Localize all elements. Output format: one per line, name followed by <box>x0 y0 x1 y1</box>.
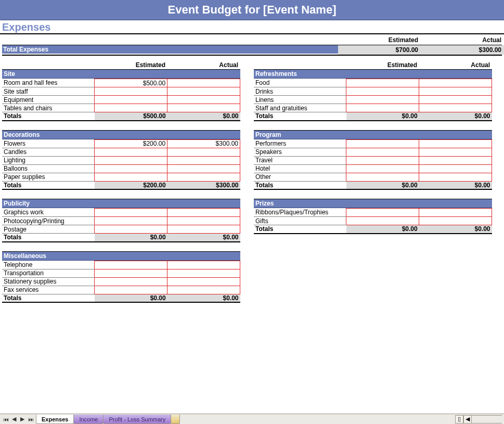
totals-actual: $300.00 <box>167 181 240 189</box>
cell-actual[interactable] <box>419 87 492 96</box>
table-row: Site staff <box>2 87 240 96</box>
category-table: Room and hall fees$500.00Site staffEquip… <box>2 79 240 121</box>
cell-estimated[interactable] <box>95 173 167 181</box>
cell-estimated[interactable]: $500.00 <box>95 79 167 87</box>
category-block: DecorationsFlowers$200.00$300.00CandlesL… <box>2 129 240 190</box>
category-table: Graphics workPhotocopying/PrintingPostag… <box>2 208 240 242</box>
cell-estimated[interactable]: $200.00 <box>95 139 167 148</box>
cell-actual[interactable] <box>167 261 240 269</box>
cell-actual[interactable] <box>167 277 240 286</box>
cell-estimated[interactable] <box>346 87 419 96</box>
table-row: Gifts <box>254 217 492 225</box>
col-header-estimated: Estimated <box>346 61 419 69</box>
tab-nav-first[interactable]: ⏮ <box>2 416 9 423</box>
cell-estimated[interactable] <box>346 217 419 225</box>
cell-estimated[interactable] <box>346 173 419 181</box>
cell-actual[interactable] <box>419 96 492 104</box>
cell-actual[interactable] <box>419 173 492 181</box>
totals-label: Totals <box>254 112 346 121</box>
cell-estimated[interactable] <box>346 96 419 104</box>
tab-nav-last[interactable]: ⏭ <box>27 416 34 423</box>
cell-estimated[interactable] <box>95 156 167 164</box>
cell-actual[interactable] <box>167 87 240 96</box>
cell-actual[interactable] <box>167 269 240 277</box>
cell-estimated[interactable] <box>95 261 167 269</box>
tab-income[interactable]: Income <box>73 415 104 424</box>
cell-actual[interactable] <box>167 173 240 181</box>
cell-actual[interactable] <box>419 164 492 173</box>
table-row: Travel <box>254 156 492 164</box>
cell-actual[interactable] <box>419 79 492 87</box>
cell-estimated[interactable] <box>95 269 167 277</box>
cell-estimated[interactable] <box>95 277 167 286</box>
totals-estimated: $500.00 <box>95 112 167 121</box>
cell-estimated[interactable] <box>95 96 167 104</box>
total-expenses-label: Total Expenses <box>2 45 338 54</box>
cell-actual[interactable] <box>167 79 240 87</box>
cell-actual[interactable] <box>167 217 240 225</box>
tab-nav-prev[interactable]: ◀ <box>10 416 18 423</box>
category-title: Miscellaneous <box>2 252 240 261</box>
col-header-actual: Actual <box>421 35 504 45</box>
cell-actual[interactable] <box>167 96 240 104</box>
horizontal-scrollbar[interactable]: ▯ ◀ <box>455 415 504 423</box>
row-label: Ribbons/Plaques/Trophies <box>254 209 346 217</box>
table-row: Equipment <box>2 96 240 104</box>
cell-actual[interactable] <box>419 104 492 112</box>
tab-nav-next[interactable]: ▶ <box>19 416 26 423</box>
cell-estimated[interactable] <box>346 209 419 217</box>
table-row: Graphics work <box>2 209 240 217</box>
tab-expenses[interactable]: Expenses <box>36 415 74 424</box>
cell-actual[interactable] <box>419 217 492 225</box>
table-row: Postage <box>2 225 240 234</box>
cell-actual[interactable] <box>419 139 492 148</box>
row-label: Paper supplies <box>2 173 95 181</box>
cell-actual[interactable] <box>167 225 240 234</box>
totals-estimated: $0.00 <box>346 112 419 121</box>
cell-estimated[interactable] <box>346 104 419 112</box>
cell-estimated[interactable] <box>346 139 419 148</box>
cell-actual[interactable] <box>167 156 240 164</box>
cell-estimated[interactable] <box>346 156 419 164</box>
category-block: PrizesRibbons/Plaques/TrophiesGiftsTotal… <box>254 197 492 234</box>
category-title: Prizes <box>254 199 492 208</box>
cell-actual[interactable] <box>167 164 240 173</box>
totals-actual: $0.00 <box>419 112 492 121</box>
category-title: Publicity <box>2 199 240 208</box>
cell-actual[interactable] <box>167 148 240 156</box>
cell-estimated[interactable] <box>95 164 167 173</box>
cell-estimated[interactable] <box>95 225 167 234</box>
cell-actual[interactable] <box>419 209 492 217</box>
cell-estimated[interactable] <box>346 164 419 173</box>
cell-estimated[interactable] <box>346 148 419 156</box>
cell-actual[interactable] <box>167 209 240 217</box>
cell-estimated[interactable] <box>95 148 167 156</box>
cell-estimated[interactable] <box>95 209 167 217</box>
cell-estimated[interactable] <box>95 104 167 112</box>
table-row: Staff and gratuities <box>254 104 492 112</box>
category-totals-row: Totals$200.00$300.00 <box>2 181 240 189</box>
hscroll-divider[interactable]: ▯ <box>455 415 463 423</box>
row-label: Transportation <box>2 269 95 277</box>
cell-estimated[interactable] <box>95 87 167 96</box>
category-table: FoodDrinksLinensStaff and gratuitiesTota… <box>254 79 492 121</box>
hscroll-left[interactable]: ◀ <box>463 415 472 423</box>
cell-actual[interactable] <box>167 104 240 112</box>
totals-estimated: $0.00 <box>95 294 167 302</box>
tab-insert[interactable] <box>171 415 180 424</box>
cell-estimated[interactable] <box>95 286 167 294</box>
table-row: Linens <box>254 96 492 104</box>
cell-actual[interactable] <box>419 156 492 164</box>
tab-profit-loss[interactable]: Profit - Loss Summary <box>103 415 171 424</box>
table-row: Fax services <box>2 286 240 294</box>
cell-actual[interactable]: $300.00 <box>167 139 240 148</box>
cell-estimated[interactable] <box>346 79 419 87</box>
category-block: PublicityGraphics workPhotocopying/Print… <box>2 197 240 242</box>
category-table: Ribbons/Plaques/TrophiesGiftsTotals$0.00… <box>254 208 492 234</box>
row-label: Staff and gratuities <box>254 104 346 112</box>
cell-actual[interactable] <box>167 286 240 294</box>
hscroll-track[interactable] <box>472 415 502 423</box>
cell-estimated[interactable] <box>95 217 167 225</box>
right-column: EstimatedActualRefreshmentsFoodDrinksLin… <box>254 56 492 310</box>
cell-actual[interactable] <box>419 148 492 156</box>
